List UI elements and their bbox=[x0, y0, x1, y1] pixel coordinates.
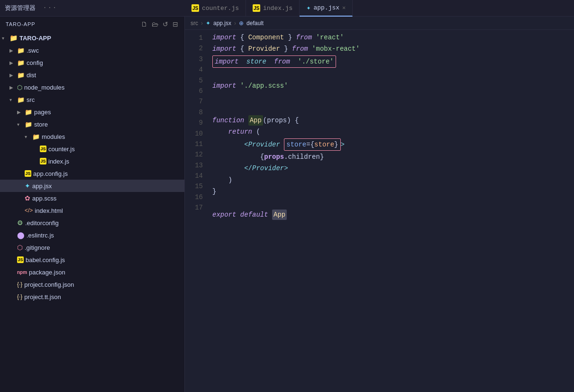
tree-label-eslintrc: .eslintrc.js bbox=[27, 232, 54, 239]
token-component: Component bbox=[248, 32, 284, 43]
tree-item-eslintrc[interactable]: ▶ ⬤ .eslintrc.js bbox=[0, 229, 184, 241]
tree-label-index: index.js bbox=[48, 158, 69, 165]
tree-item-package-json[interactable]: ▶ npm package.json bbox=[0, 266, 184, 278]
tree-item-swc[interactable]: ▶ 📁 .swc bbox=[0, 44, 184, 56]
tree-label-counter: counter.js bbox=[48, 146, 75, 153]
chevron-right-icon: ▶ bbox=[9, 85, 15, 90]
json-icon: {·} bbox=[17, 281, 22, 288]
chevron-down-icon: ▾ bbox=[25, 134, 30, 139]
code-line-17 bbox=[212, 220, 574, 232]
tree-label-index-html: index.html bbox=[35, 207, 63, 214]
tree-label-app-scss: app.scss bbox=[32, 195, 56, 202]
tree-label-config: config bbox=[27, 59, 43, 66]
code-line-10: < Provider store ={ store } > bbox=[212, 138, 574, 151]
tree-item-counter-js[interactable]: ▶ JS counter.js bbox=[0, 143, 184, 155]
token-app-export: App bbox=[272, 210, 287, 220]
sidebar-header: TARO-APP 🗋 🗁 ↺ ⊟ bbox=[0, 17, 184, 32]
tree-item-project-tt[interactable]: ▶ {·} project.tt.json bbox=[0, 291, 184, 303]
project-name: TARO-APP bbox=[6, 21, 35, 27]
token-brace-close: } bbox=[212, 186, 216, 197]
tree-item-index-js-store[interactable]: ▶ JS index.js bbox=[0, 155, 184, 167]
close-tab-button[interactable]: ✕ bbox=[342, 4, 346, 11]
chevron-right-icon: ▶ bbox=[9, 48, 15, 53]
tree-label-modules: modules bbox=[42, 133, 65, 140]
token-dot: . bbox=[284, 152, 288, 162]
tree-item-app-jsx[interactable]: ▶ ✦ app.jsx bbox=[0, 180, 184, 192]
token-space bbox=[268, 56, 272, 67]
red-box-line10: store ={ store } bbox=[284, 138, 340, 151]
token-import: import bbox=[212, 32, 236, 43]
token-string-react: 'react' bbox=[316, 32, 344, 43]
code-line-9: return ( bbox=[212, 126, 574, 137]
jsx-icon: ✦ bbox=[306, 3, 310, 12]
code-line-4 bbox=[212, 68, 574, 80]
tab-app-jsx[interactable]: ✦ app.jsx ✕ bbox=[300, 0, 353, 17]
tab-counter[interactable]: JS counter.js bbox=[185, 0, 246, 17]
tree-item-src[interactable]: ▾ 📁 src bbox=[0, 93, 184, 106]
tree-item-index-html[interactable]: ▶ </> index.html bbox=[0, 204, 184, 217]
token-space bbox=[312, 32, 316, 43]
new-folder-icon[interactable]: 🗁 bbox=[152, 20, 159, 28]
breadcrumb-app-jsx: app.jsx bbox=[213, 20, 231, 27]
sidebar: TARO-APP 🗋 🗁 ↺ ⊟ ▾ 📁 TARO-APP ▶ 📁 .swc bbox=[0, 17, 185, 392]
tree-item-pages[interactable]: ▶ 📁 pages bbox=[0, 106, 184, 118]
token-punct: } bbox=[280, 44, 292, 54]
tree-label-app-jsx: app.jsx bbox=[32, 182, 52, 190]
token-from: from bbox=[292, 44, 308, 54]
tree-item-store[interactable]: ▾ 📁 store bbox=[0, 118, 184, 130]
json-icon: {·} bbox=[17, 293, 22, 300]
tree-item-node-modules[interactable]: ▶ ⬡ node_modules bbox=[0, 81, 184, 93]
code-line-8: function App (props) { bbox=[212, 115, 574, 126]
breadcrumb-symbol-icon: ⊕ bbox=[239, 20, 244, 27]
tree-root-label: TARO-APP bbox=[19, 35, 51, 42]
code-line-5: import './app.scss' bbox=[212, 80, 574, 91]
tree-item-editorconfig[interactable]: ▶ ⚙ .editorconfig bbox=[0, 217, 184, 229]
editor-area[interactable]: 1 2 3 4 5 6 7 8 9 10 11 12 13 14 15 16 1 bbox=[185, 30, 574, 392]
explorer-title: 资源管理器 ··· bbox=[0, 4, 185, 12]
token-default: default bbox=[240, 210, 268, 220]
token-paren: (props) { bbox=[263, 115, 299, 126]
new-file-icon[interactable]: 🗋 bbox=[141, 20, 148, 28]
tree-label-gitignore: .gitignore bbox=[25, 244, 50, 251]
tree-label-editorconfig: .editorconfig bbox=[25, 219, 59, 227]
jsx-icon: ✦ bbox=[25, 182, 30, 190]
code-line-13: ) bbox=[212, 174, 574, 186]
tab-index[interactable]: JS index.js bbox=[246, 0, 300, 17]
js-icon: JS bbox=[253, 4, 260, 12]
token-export: export bbox=[212, 210, 236, 220]
token-space bbox=[292, 56, 296, 67]
token-space bbox=[236, 210, 240, 220]
tree-item-modules[interactable]: ▾ 📁 modules bbox=[0, 130, 184, 143]
token-from: from bbox=[274, 56, 290, 67]
tree-item-gitignore[interactable]: ▶ ⬡ .gitignore bbox=[0, 241, 184, 254]
more-icon[interactable]: ··· bbox=[43, 5, 58, 11]
folder-icon: 📁 bbox=[9, 34, 18, 42]
scss-icon: ✿ bbox=[25, 194, 30, 202]
tree-root[interactable]: ▾ 📁 TARO-APP bbox=[0, 32, 184, 44]
token-space bbox=[240, 56, 244, 67]
token-paren-open: ( bbox=[252, 127, 260, 137]
tree-item-project-config[interactable]: ▶ {·} project.config.json bbox=[0, 278, 184, 291]
tree-item-dist[interactable]: ▶ 📁 dist bbox=[0, 69, 184, 81]
tree-label-package-json: package.json bbox=[29, 269, 65, 276]
refresh-icon[interactable]: ↺ bbox=[163, 20, 169, 28]
tree-item-babel-config[interactable]: ▶ JS babel.config.js bbox=[0, 254, 184, 266]
code-line-14: } bbox=[212, 186, 574, 197]
tree-item-app-scss[interactable]: ▶ ✿ app.scss bbox=[0, 192, 184, 204]
tree-item-config[interactable]: ▶ 📁 config bbox=[0, 56, 184, 69]
token-indent bbox=[212, 175, 228, 185]
folder-icon: 📁 bbox=[17, 72, 25, 79]
token-string-store: './store' bbox=[298, 56, 334, 67]
tree-item-app-config[interactable]: ▶ JS app.config.js bbox=[0, 167, 184, 180]
token-provider: Provider bbox=[248, 44, 280, 54]
breadcrumb-sep1: › bbox=[201, 20, 203, 27]
token-punct: } bbox=[284, 32, 296, 43]
tabs-area: JS counter.js JS index.js ✦ app.jsx ✕ bbox=[185, 0, 574, 17]
token-paren-close: ) bbox=[228, 175, 232, 185]
html-icon: </> bbox=[25, 207, 33, 214]
token-punct: { bbox=[236, 44, 248, 54]
folder-icon: 📁 bbox=[17, 59, 25, 66]
token-eq: ={ bbox=[306, 139, 314, 150]
collapse-icon[interactable]: ⊟ bbox=[173, 20, 179, 28]
tab-app-label: app.jsx bbox=[313, 4, 339, 11]
